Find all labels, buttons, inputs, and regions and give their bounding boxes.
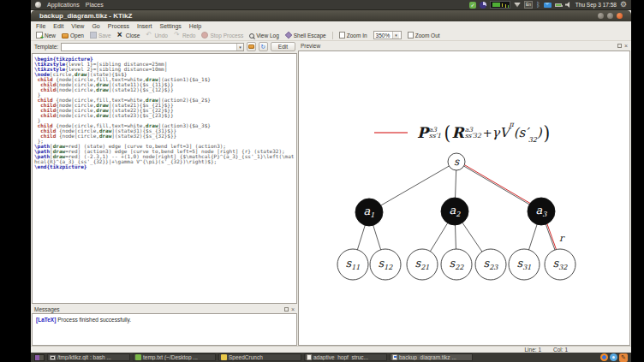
stop-process-icon bbox=[201, 32, 208, 39]
close-window-button[interactable] bbox=[617, 13, 623, 19]
battery-icon[interactable] bbox=[555, 3, 562, 7]
taskbar-item--tmp-ktikz-git-bash-[interactable]: /tmp/ktikz.git : bash ... bbox=[47, 353, 130, 361]
backup-diagram-tree: sa1a2a3s11s12s21s22s23s31s32r bbox=[299, 51, 630, 346]
menu-item-insert[interactable]: Insert bbox=[137, 23, 152, 29]
tree-edge bbox=[456, 162, 541, 211]
messenger-icon[interactable] bbox=[610, 353, 617, 361]
chevron-down-icon[interactable]: ▾ bbox=[236, 44, 243, 50]
gnome-top-panel: Applications Places ✓EnᛒThu Sep 3 17:58⚙ bbox=[31, 0, 631, 10]
code-editor[interactable]: \begin{tikzpicture}\tikzstyle{level 1}=[… bbox=[32, 53, 297, 304]
toolbar-button-zoom-out[interactable]: Zoom Out bbox=[408, 32, 440, 39]
status-line: Line: 1 bbox=[524, 347, 541, 353]
status-col: Col: 1 bbox=[553, 347, 568, 353]
save-icon bbox=[90, 32, 97, 39]
zoom-in-icon bbox=[339, 32, 345, 39]
reward-edge-label: r bbox=[559, 233, 565, 244]
screen: Applications Places ✓EnᛒThu Sep 3 17:58⚙… bbox=[0, 0, 644, 362]
menu-item-file[interactable]: File bbox=[36, 23, 45, 29]
toolbar-button-open[interactable]: Open bbox=[62, 32, 84, 39]
taskbar-item-speedcrunch[interactable]: SpeedCrunch bbox=[218, 353, 301, 361]
text-editor-icon bbox=[135, 354, 141, 360]
terminal-icon bbox=[50, 355, 56, 360]
template-combobox[interactable]: ▾ bbox=[61, 43, 244, 51]
float-dock-icon[interactable] bbox=[617, 44, 622, 48]
chat-status-icon[interactable]: ✓ bbox=[469, 2, 476, 9]
folder-icon bbox=[248, 45, 254, 49]
toolbar-button-undo: Undo bbox=[146, 32, 168, 39]
menu-item-help[interactable]: Help bbox=[189, 23, 201, 29]
document-icon bbox=[307, 354, 312, 360]
maximize-button[interactable] bbox=[607, 13, 613, 19]
menu-item-settings[interactable]: Settings bbox=[160, 23, 182, 29]
menu-item-edit[interactable]: Edit bbox=[53, 23, 63, 29]
chevron-down-icon[interactable]: ▾ bbox=[392, 32, 399, 39]
menu-item-view[interactable]: View bbox=[71, 23, 84, 29]
template-label: Template: bbox=[34, 44, 58, 50]
redo-icon bbox=[174, 32, 181, 39]
messages-title: Messages bbox=[34, 306, 60, 312]
tree-node-label-s: s bbox=[454, 156, 460, 168]
template-reload-button[interactable]: ↻ bbox=[259, 42, 268, 51]
taskbar: /tmp/ktikz.git : bash ...temp.txt (~/Des… bbox=[31, 353, 631, 362]
undo-icon bbox=[146, 32, 152, 39]
calculator-icon bbox=[221, 354, 227, 360]
preview-dock-header: Preview × bbox=[298, 41, 630, 50]
float-dock-icon[interactable] bbox=[284, 307, 289, 312]
taskbar-item-adaptive-hopf-struc-[interactable]: adaptive_hopf_struc... bbox=[304, 353, 387, 361]
panel-menu-places[interactable]: Places bbox=[86, 2, 104, 8]
open-folder-icon bbox=[62, 33, 69, 39]
toolbar-button-shell-escape[interactable]: Shell Escape bbox=[285, 32, 326, 39]
toolbar-button-view-log[interactable]: View Log bbox=[249, 33, 279, 39]
toolbar-button-redo: Redo bbox=[174, 32, 196, 39]
message-tag: [LaTeX] bbox=[36, 317, 56, 323]
taskbar-item-temp-txt-desktop-[interactable]: temp.txt (~/Desktop ... bbox=[133, 353, 216, 361]
template-edit-button[interactable]: Edit bbox=[271, 42, 295, 51]
preview-panel: Pa3ss′1(Ra3ss′32 + γVπ(s′32)) sa1a2a3s11… bbox=[298, 50, 630, 346]
close-document-icon bbox=[117, 32, 124, 39]
taskbar-item-backup-diagram-tikz-[interactable]: backup_diagram.tikz ... bbox=[390, 353, 473, 361]
zoom-out-icon bbox=[408, 32, 414, 39]
volume-icon[interactable] bbox=[565, 2, 572, 8]
clock[interactable]: Thu Sep 3 17:58 bbox=[575, 2, 617, 8]
zoom-level-value: 350% bbox=[376, 33, 391, 39]
wifi-icon[interactable] bbox=[514, 3, 521, 8]
firefox-icon[interactable] bbox=[600, 353, 608, 361]
panel-menu-applications[interactable]: Applications bbox=[47, 2, 80, 8]
minimize-button[interactable] bbox=[598, 13, 604, 19]
messages-dock-header: Messages × bbox=[32, 305, 297, 313]
menu-bar: FileEditViewGoProcessInsertSettingsHelp bbox=[31, 21, 631, 30]
tree-red-edge bbox=[457, 161, 542, 211]
close-dock-icon[interactable]: × bbox=[624, 44, 628, 48]
shell-escape-icon bbox=[285, 32, 292, 39]
mail-icon[interactable] bbox=[544, 3, 552, 8]
toolbar-button-zoom-in[interactable]: Zoom In bbox=[339, 32, 367, 39]
toolbar-button-save: Save bbox=[90, 32, 111, 39]
desktop: Applications Places ✓EnᛒThu Sep 3 17:58⚙… bbox=[31, 0, 631, 362]
notes-icon[interactable]: ✎ bbox=[619, 353, 628, 362]
template-row: Template: ▾ ↻ Edit bbox=[32, 41, 298, 52]
window-title: backup_diagram.tikz - KTikZ bbox=[39, 12, 132, 20]
message-text: Process finished successfully. bbox=[56, 317, 131, 323]
keyboard-layout-indicator[interactable]: En bbox=[524, 1, 533, 9]
toolbar-button-close[interactable]: Close bbox=[117, 32, 140, 39]
window-titlebar[interactable]: backup_diagram.tikz - KTikZ bbox=[31, 10, 631, 21]
system-monitor-icon[interactable] bbox=[490, 1, 510, 9]
zoom-level-combobox[interactable]: 350%▾ bbox=[373, 31, 402, 39]
menu-item-go[interactable]: Go bbox=[92, 23, 99, 29]
status-bar: Line: 1 Col: 1 bbox=[31, 346, 631, 353]
view-log-icon bbox=[249, 33, 254, 39]
preview-title: Preview bbox=[301, 43, 320, 49]
messages-panel: [LaTeX] Process finished successfully. bbox=[32, 313, 297, 346]
session-gear-icon[interactable]: ⚙ bbox=[620, 1, 627, 9]
taskbar-tray: ✎ bbox=[600, 353, 628, 362]
workspace-switcher[interactable] bbox=[34, 354, 45, 361]
bluetooth-icon[interactable]: ᛒ bbox=[536, 1, 540, 9]
pie-clock-icon[interactable] bbox=[480, 2, 486, 9]
menu-item-process[interactable]: Process bbox=[108, 23, 129, 29]
distro-logo-icon[interactable] bbox=[35, 2, 41, 8]
toolbar-button-stop-process: Stop Process bbox=[201, 32, 243, 39]
close-dock-icon[interactable]: × bbox=[291, 307, 295, 312]
template-open-button[interactable] bbox=[247, 42, 256, 51]
toolbar-button-new[interactable]: New bbox=[36, 32, 56, 39]
new-document-icon bbox=[36, 32, 43, 39]
